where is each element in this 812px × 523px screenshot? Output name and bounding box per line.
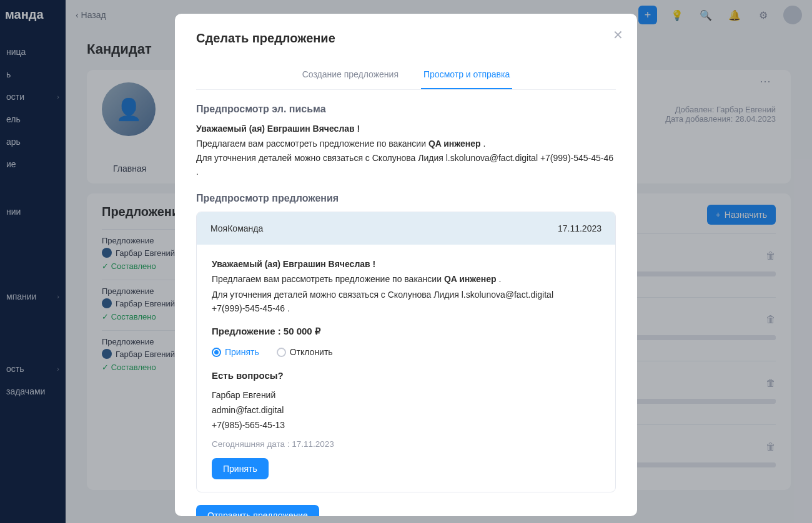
- email-line1-prefix: Предлагаем вам рассмотреть предложение п…: [196, 139, 428, 149]
- close-icon[interactable]: ✕: [613, 27, 623, 42]
- radio-icon: [277, 348, 286, 357]
- tab-create-offer[interactable]: Создание предложения: [300, 62, 401, 89]
- offer-card: МояКоманда 17.11.2023 Уважаемый (ая) Евг…: [196, 212, 616, 493]
- modal-overlay[interactable]: Сделать предложение ✕ Создание предложен…: [0, 0, 812, 523]
- radio-decline[interactable]: Отклонить: [277, 345, 333, 359]
- offer-date: 17.11.2023: [558, 223, 602, 233]
- today-date: Сегодняшняя дата : 17.11.2023: [212, 437, 600, 451]
- offer-modal: Сделать предложение ✕ Создание предложен…: [175, 14, 637, 516]
- questions-phone: +7(985)-565-45-13: [212, 418, 600, 432]
- offer-contact: Для уточнения деталей можно связаться с …: [212, 288, 600, 316]
- radio-icon: [212, 348, 221, 357]
- email-line1-suffix: .: [481, 139, 486, 149]
- offer-brand: МояКоманда: [210, 223, 263, 233]
- modal-title: Сделать предложение: [196, 31, 616, 46]
- questions-email: admin@fact.digital: [212, 403, 600, 417]
- offer-line1-prefix: Предлагаем вам рассмотреть предложение п…: [212, 274, 444, 284]
- offer-greeting: Уважаемый (ая) Евграшин Вячеслав !: [212, 259, 375, 269]
- email-line1-vacancy: QA инженер: [428, 139, 481, 149]
- questions-name: Гарбар Евгений: [212, 388, 600, 402]
- send-offer-button[interactable]: Отправить предложение: [196, 505, 319, 516]
- email-line2: Для уточнения деталей можно связаться с …: [196, 152, 616, 178]
- radio-decline-label: Отклонить: [290, 345, 333, 359]
- offer-line1-suffix: .: [497, 274, 502, 284]
- tab-review-send[interactable]: Просмотр и отправка: [421, 62, 512, 89]
- offer-preview-heading: Предпросмотр предложения: [196, 193, 616, 204]
- offer-amount: Предложение : 50 000 ₽: [212, 324, 600, 339]
- radio-accept-label: Принять: [225, 345, 259, 359]
- email-preview: Уважаемый (ая) Евграшин Вячеслав ! Предл…: [196, 122, 616, 179]
- accept-button[interactable]: Принять: [212, 458, 269, 479]
- questions-heading: Есть вопросы?: [212, 368, 600, 383]
- email-preview-heading: Предпросмотр эл. письма: [196, 104, 616, 115]
- email-greeting: Уважаемый (ая) Евграшин Вячеслав !: [196, 124, 360, 134]
- radio-accept[interactable]: Принять: [212, 345, 259, 359]
- offer-line1-vacancy: QA инженер: [444, 274, 497, 284]
